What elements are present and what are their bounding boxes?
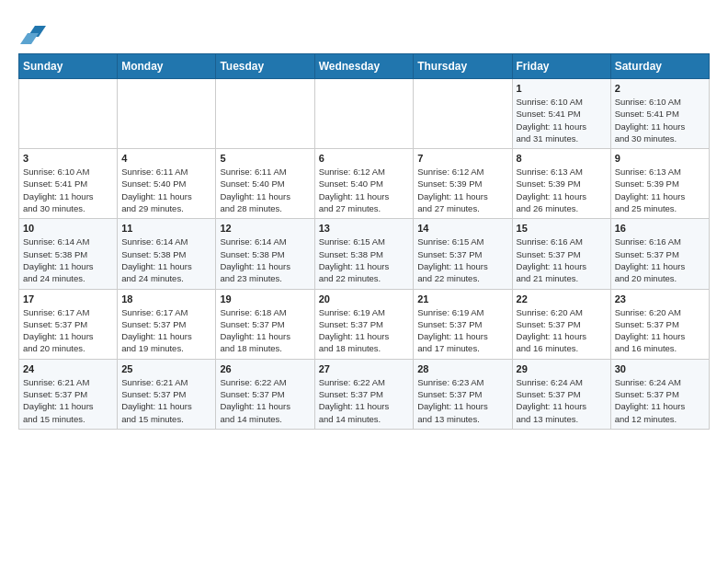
day-number: 28 bbox=[417, 363, 507, 374]
day-number: 17 bbox=[23, 293, 113, 304]
calendar-weekday: Wednesday bbox=[314, 54, 414, 79]
day-number: 9 bbox=[615, 153, 705, 164]
day-info: Sunrise: 6:11 AM Sunset: 5:40 PM Dayligh… bbox=[121, 166, 211, 214]
calendar-cell: 23Sunrise: 6:20 AM Sunset: 5:37 PM Dayli… bbox=[610, 289, 709, 359]
day-number: 23 bbox=[615, 293, 705, 304]
day-info: Sunrise: 6:17 AM Sunset: 5:37 PM Dayligh… bbox=[23, 306, 113, 355]
day-number: 12 bbox=[220, 223, 310, 234]
calendar-cell: 15Sunrise: 6:16 AM Sunset: 5:37 PM Dayli… bbox=[512, 219, 610, 289]
calendar-weekday: Thursday bbox=[414, 54, 512, 79]
calendar-cell: 12Sunrise: 6:14 AM Sunset: 5:38 PM Dayli… bbox=[216, 219, 314, 289]
calendar-weekday: Saturday bbox=[610, 54, 709, 79]
calendar-week-row: 24Sunrise: 6:21 AM Sunset: 5:37 PM Dayli… bbox=[19, 359, 710, 429]
day-info: Sunrise: 6:12 AM Sunset: 5:40 PM Dayligh… bbox=[319, 166, 410, 214]
calendar-cell: 24Sunrise: 6:21 AM Sunset: 5:37 PM Dayli… bbox=[19, 359, 118, 429]
day-info: Sunrise: 6:19 AM Sunset: 5:37 PM Dayligh… bbox=[417, 306, 507, 355]
calendar-cell: 16Sunrise: 6:16 AM Sunset: 5:37 PM Dayli… bbox=[610, 219, 709, 289]
day-number: 26 bbox=[220, 363, 310, 374]
day-number: 5 bbox=[220, 153, 310, 164]
calendar-cell: 30Sunrise: 6:24 AM Sunset: 5:37 PM Dayli… bbox=[610, 359, 709, 429]
calendar-cell: 26Sunrise: 6:22 AM Sunset: 5:37 PM Dayli… bbox=[216, 359, 314, 429]
day-info: Sunrise: 6:21 AM Sunset: 5:37 PM Dayligh… bbox=[23, 376, 113, 425]
calendar-header-row: SundayMondayTuesdayWednesdayThursdayFrid… bbox=[19, 54, 710, 79]
day-info: Sunrise: 6:10 AM Sunset: 5:41 PM Dayligh… bbox=[23, 166, 113, 214]
day-number: 10 bbox=[23, 223, 113, 234]
calendar-weekday: Friday bbox=[512, 54, 610, 79]
day-number: 13 bbox=[319, 223, 410, 234]
day-number: 3 bbox=[23, 153, 113, 164]
day-info: Sunrise: 6:10 AM Sunset: 5:41 PM Dayligh… bbox=[517, 96, 607, 144]
logo-icon bbox=[20, 18, 46, 44]
day-number: 21 bbox=[417, 293, 507, 304]
calendar-cell bbox=[19, 79, 118, 149]
day-info: Sunrise: 6:20 AM Sunset: 5:37 PM Dayligh… bbox=[517, 306, 607, 355]
calendar-cell: 9Sunrise: 6:13 AM Sunset: 5:39 PM Daylig… bbox=[610, 149, 709, 219]
day-number: 25 bbox=[121, 363, 211, 374]
calendar-week-row: 10Sunrise: 6:14 AM Sunset: 5:38 PM Dayli… bbox=[19, 219, 710, 289]
day-info: Sunrise: 6:14 AM Sunset: 5:38 PM Dayligh… bbox=[121, 236, 211, 284]
day-number: 16 bbox=[615, 223, 705, 234]
calendar-weekday: Monday bbox=[118, 54, 216, 79]
calendar-cell: 10Sunrise: 6:14 AM Sunset: 5:38 PM Dayli… bbox=[19, 219, 118, 289]
calendar-cell: 2Sunrise: 6:10 AM Sunset: 5:41 PM Daylig… bbox=[610, 79, 709, 149]
day-number: 15 bbox=[517, 223, 607, 234]
day-number: 22 bbox=[517, 293, 607, 304]
day-info: Sunrise: 6:10 AM Sunset: 5:41 PM Dayligh… bbox=[615, 96, 705, 144]
calendar-cell: 20Sunrise: 6:19 AM Sunset: 5:37 PM Dayli… bbox=[314, 289, 414, 359]
day-info: Sunrise: 6:16 AM Sunset: 5:37 PM Dayligh… bbox=[615, 236, 705, 284]
day-info: Sunrise: 6:16 AM Sunset: 5:37 PM Dayligh… bbox=[517, 236, 607, 284]
calendar-weekday: Sunday bbox=[19, 54, 118, 79]
header bbox=[18, 18, 710, 44]
calendar-cell: 7Sunrise: 6:12 AM Sunset: 5:39 PM Daylig… bbox=[414, 149, 512, 219]
calendar-table: SundayMondayTuesdayWednesdayThursdayFrid… bbox=[18, 53, 710, 430]
calendar-cell bbox=[314, 79, 414, 149]
day-info: Sunrise: 6:22 AM Sunset: 5:37 PM Dayligh… bbox=[319, 376, 410, 425]
calendar-cell: 14Sunrise: 6:15 AM Sunset: 5:37 PM Dayli… bbox=[414, 219, 512, 289]
day-info: Sunrise: 6:14 AM Sunset: 5:38 PM Dayligh… bbox=[23, 236, 113, 284]
day-info: Sunrise: 6:11 AM Sunset: 5:40 PM Dayligh… bbox=[220, 166, 310, 214]
calendar-cell: 25Sunrise: 6:21 AM Sunset: 5:37 PM Dayli… bbox=[118, 359, 216, 429]
calendar-cell: 13Sunrise: 6:15 AM Sunset: 5:38 PM Dayli… bbox=[314, 219, 414, 289]
day-number: 14 bbox=[417, 223, 507, 234]
day-info: Sunrise: 6:15 AM Sunset: 5:38 PM Dayligh… bbox=[319, 236, 410, 284]
calendar-cell: 22Sunrise: 6:20 AM Sunset: 5:37 PM Dayli… bbox=[512, 289, 610, 359]
page: SundayMondayTuesdayWednesdayThursdayFrid… bbox=[0, 0, 728, 439]
day-info: Sunrise: 6:20 AM Sunset: 5:37 PM Dayligh… bbox=[615, 306, 705, 355]
calendar-cell: 19Sunrise: 6:18 AM Sunset: 5:37 PM Dayli… bbox=[216, 289, 314, 359]
day-number: 1 bbox=[517, 83, 607, 94]
calendar-cell: 1Sunrise: 6:10 AM Sunset: 5:41 PM Daylig… bbox=[512, 79, 610, 149]
day-info: Sunrise: 6:18 AM Sunset: 5:37 PM Dayligh… bbox=[220, 306, 310, 355]
calendar-week-row: 1Sunrise: 6:10 AM Sunset: 5:41 PM Daylig… bbox=[19, 79, 710, 149]
calendar-cell: 3Sunrise: 6:10 AM Sunset: 5:41 PM Daylig… bbox=[19, 149, 118, 219]
calendar-cell: 11Sunrise: 6:14 AM Sunset: 5:38 PM Dayli… bbox=[118, 219, 216, 289]
day-info: Sunrise: 6:13 AM Sunset: 5:39 PM Dayligh… bbox=[517, 166, 607, 214]
calendar-cell: 4Sunrise: 6:11 AM Sunset: 5:40 PM Daylig… bbox=[118, 149, 216, 219]
day-info: Sunrise: 6:23 AM Sunset: 5:37 PM Dayligh… bbox=[417, 376, 507, 425]
day-number: 20 bbox=[319, 293, 410, 304]
day-info: Sunrise: 6:13 AM Sunset: 5:39 PM Dayligh… bbox=[615, 166, 705, 214]
day-number: 2 bbox=[615, 83, 705, 94]
calendar-cell: 17Sunrise: 6:17 AM Sunset: 5:37 PM Dayli… bbox=[19, 289, 118, 359]
day-number: 29 bbox=[517, 363, 607, 374]
calendar-cell: 27Sunrise: 6:22 AM Sunset: 5:37 PM Dayli… bbox=[314, 359, 414, 429]
calendar-cell bbox=[118, 79, 216, 149]
day-info: Sunrise: 6:21 AM Sunset: 5:37 PM Dayligh… bbox=[121, 376, 211, 425]
day-number: 6 bbox=[319, 153, 410, 164]
logo bbox=[18, 18, 46, 44]
day-info: Sunrise: 6:14 AM Sunset: 5:38 PM Dayligh… bbox=[220, 236, 310, 284]
day-number: 18 bbox=[121, 293, 211, 304]
calendar-cell: 29Sunrise: 6:24 AM Sunset: 5:37 PM Dayli… bbox=[512, 359, 610, 429]
day-number: 8 bbox=[517, 153, 607, 164]
calendar-cell: 21Sunrise: 6:19 AM Sunset: 5:37 PM Dayli… bbox=[414, 289, 512, 359]
calendar-cell: 8Sunrise: 6:13 AM Sunset: 5:39 PM Daylig… bbox=[512, 149, 610, 219]
day-number: 19 bbox=[220, 293, 310, 304]
day-info: Sunrise: 6:19 AM Sunset: 5:37 PM Dayligh… bbox=[319, 306, 410, 355]
day-number: 30 bbox=[615, 363, 705, 374]
calendar-cell bbox=[216, 79, 314, 149]
day-info: Sunrise: 6:24 AM Sunset: 5:37 PM Dayligh… bbox=[615, 376, 705, 425]
calendar-cell: 18Sunrise: 6:17 AM Sunset: 5:37 PM Dayli… bbox=[118, 289, 216, 359]
day-number: 24 bbox=[23, 363, 113, 374]
svg-marker-1 bbox=[20, 33, 39, 44]
day-info: Sunrise: 6:12 AM Sunset: 5:39 PM Dayligh… bbox=[417, 166, 507, 214]
day-number: 7 bbox=[417, 153, 507, 164]
